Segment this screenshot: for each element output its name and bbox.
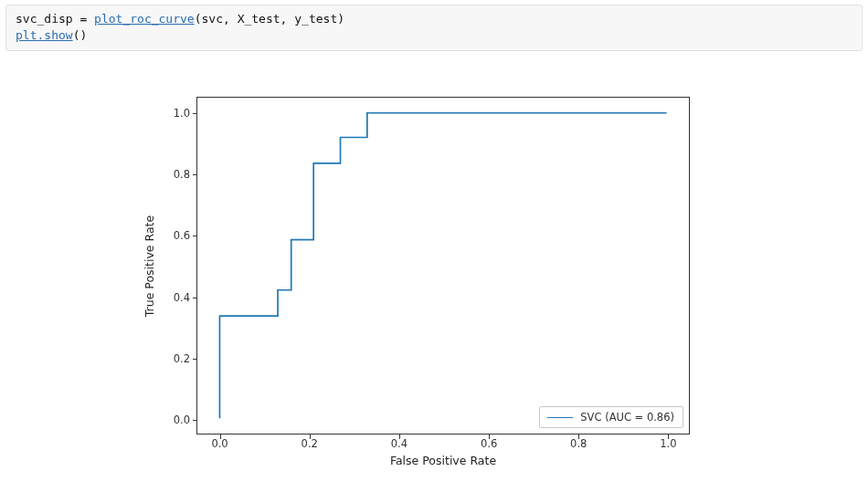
- x-tick-label: 0.8: [570, 437, 587, 450]
- y-tick-label: 0.2: [174, 352, 197, 365]
- code-line-1: svc_disp = plot_roc_curve(svc, X_test, y…: [16, 12, 344, 26]
- x-axis-label: False Positive Rate: [196, 454, 690, 467]
- y-tick-label: 0.4: [174, 291, 197, 304]
- legend-swatch-icon: [547, 417, 573, 418]
- legend-label: SVC (AUC = 0.86): [580, 411, 674, 424]
- x-tick-label: 1.0: [660, 437, 676, 450]
- axes-area: SVC (AUC = 0.86) 0.00.20.40.60.81.0 0.00…: [196, 97, 690, 434]
- x-tick-label: 0.4: [391, 437, 408, 450]
- roc-chart: True Positive Rate SVC (AUC = 0.86) 0.00…: [105, 83, 763, 489]
- y-tick-label: 0.0: [174, 413, 197, 426]
- y-tick-label: 0.6: [174, 229, 197, 242]
- y-tick-label: 1.0: [174, 107, 197, 120]
- x-tick-label: 0.6: [481, 437, 497, 450]
- y-tick-label: 0.8: [174, 168, 197, 181]
- x-tick-label: 0.2: [302, 437, 318, 450]
- x-tick-label: 0.0: [211, 437, 228, 450]
- roc-line-plot: [197, 98, 689, 434]
- code-cell: svc_disp = plot_roc_curve(svc, X_test, y…: [5, 5, 863, 51]
- code-line-2: plt.show(): [16, 28, 87, 42]
- y-axis-label: True Positive Rate: [142, 97, 158, 434]
- legend: SVC (AUC = 0.86): [539, 406, 683, 428]
